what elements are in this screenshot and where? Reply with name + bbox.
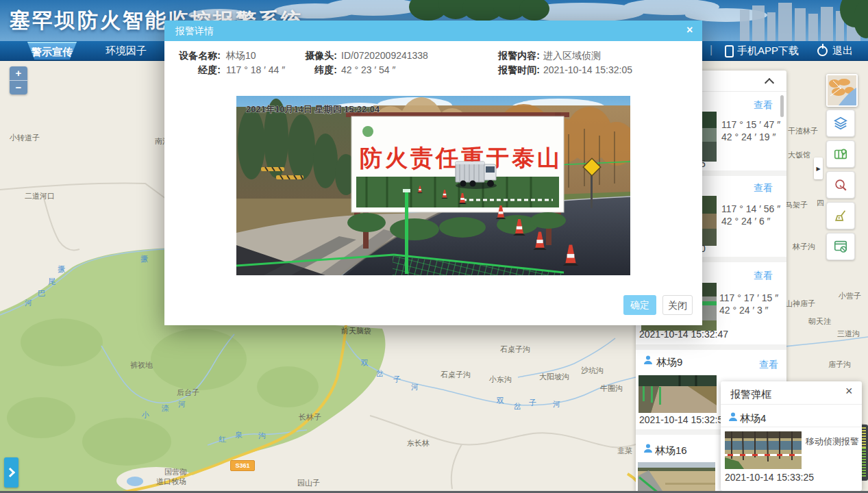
clear-map-tool-button[interactable] (826, 202, 855, 229)
alarm-time: 2021-10-14 15:32:47 (639, 329, 728, 340)
map-label: 小营子 (839, 291, 861, 301)
map-label: 马架子 (785, 200, 808, 210)
map-label: 红 (219, 434, 226, 444)
overview-minimap[interactable] (826, 74, 858, 107)
field-label: 摄像头: (282, 50, 337, 62)
view-link[interactable]: 查看 (754, 99, 773, 112)
panel-scrollbar[interactable] (780, 95, 784, 117)
map-label: 国营御 (164, 467, 187, 477)
map-marker-tool-button[interactable] (826, 140, 855, 168)
nav-divider: | (710, 44, 712, 56)
modal-close-button[interactable]: × (686, 24, 693, 36)
broom-icon (833, 208, 848, 223)
person-icon (643, 443, 654, 457)
map-label: 河 (178, 399, 186, 409)
map-label: 双 (497, 396, 504, 406)
field-label: 纬度: (282, 64, 337, 77)
map-label: 沙坑沟 (581, 366, 604, 376)
search-area-tool-button[interactable] (826, 171, 855, 199)
zoom-out-button[interactable]: − (10, 80, 27, 94)
app-download-link[interactable]: 手机APP下载 (737, 45, 799, 58)
alarm-thumbnail[interactable] (638, 375, 717, 413)
alarm-longitude: 117 ° 14 ′ 56 ″ (721, 203, 780, 214)
divider (721, 427, 862, 427)
collapse-icon (765, 78, 774, 88)
map-label: 裤衩地 (130, 360, 153, 370)
alarm-time: 2021-10-14 15:33:25 (725, 472, 814, 483)
view-link[interactable]: 查看 (754, 182, 773, 194)
alarm-longitude: 117 ° 17 ′ 15 ″ (719, 292, 778, 303)
view-link[interactable]: 查看 (754, 270, 773, 282)
tools-slide-handle[interactable]: ▶ (814, 157, 823, 179)
alarm-detail-modal: 报警详情 × 设备名称: 林场10 摄像头: ID/07202009241338… (164, 21, 702, 325)
logout-button[interactable]: 退出 (832, 45, 853, 58)
snapshot-art: 防火责任重于泰山 (236, 96, 630, 275)
map-label: 大饭馆 (788, 150, 810, 160)
alarm-popup: 报警弹框 × 林场4 移动侦测报警 2021-10-14 15:33:25 (721, 381, 862, 491)
map-label: 泉 (235, 430, 243, 440)
panel-expand-button[interactable] (4, 457, 18, 488)
map-label: 撅 (140, 254, 148, 264)
map-label: 河 (411, 382, 419, 392)
map-label: 双 (361, 358, 369, 368)
alarm-latitude: 42 ° 24 ′ 6 ″ (721, 216, 771, 227)
latitude-value: 42 ° 23 ′ 54 ″ (341, 64, 395, 75)
device-name: 林场16 (655, 444, 687, 457)
map-label: 河 (25, 298, 32, 308)
confirm-button[interactable]: 确定 (623, 295, 656, 315)
map-pin-icon (833, 147, 848, 162)
chevron-right-icon (5, 468, 15, 477)
popup-title: 报警弹框 (730, 388, 771, 401)
alarm-time: 2021-10-14 15:32:55 (639, 414, 728, 425)
close-button[interactable]: 关闭 (662, 295, 693, 315)
field-label: 设备名称: (166, 50, 221, 62)
device-name: 林场9 (656, 356, 682, 369)
map-label: 山神庙子 (785, 299, 815, 309)
tab-warning-publicity[interactable]: 警示宣传 (23, 42, 82, 60)
view-link[interactable]: 查看 (759, 359, 778, 371)
field-label: 报警内容: (485, 50, 540, 62)
popup-close-button[interactable]: × (845, 384, 853, 399)
truck (456, 162, 497, 189)
alarm-longitude: 117 ° 15 ′ 47 ″ (721, 119, 780, 130)
layers-tool-button[interactable] (826, 110, 855, 137)
popup-thumbnail[interactable] (725, 431, 802, 469)
disable-popup-tool-button[interactable] (826, 233, 855, 260)
person-icon (643, 355, 654, 368)
field-label: 经度: (166, 64, 221, 77)
map-label: 小东沟 (489, 375, 512, 385)
field-label: 报警时间: (485, 64, 540, 77)
map-label: 韭菜 (617, 446, 632, 456)
map-label: 前天脑袋 (341, 326, 371, 336)
modal-title: 报警详情 (175, 25, 214, 38)
popup-device-name: 林场4 (740, 412, 766, 425)
person-icon (728, 412, 739, 425)
map-label: 小转道子 (10, 133, 40, 143)
map-label: 道口牧场 (156, 477, 186, 487)
alarm-time-value: 2021-10-14 15:32:05 (543, 64, 632, 75)
phone-icon (725, 45, 734, 58)
tab-environment-factor[interactable]: 环境因子 (95, 41, 158, 60)
map-label: 二道河口 (25, 191, 55, 201)
map-zoom-control: + − (10, 66, 27, 94)
modal-header: 报警详情 × (164, 21, 702, 41)
map-label: 东长林 (407, 438, 430, 448)
alarm-thumbnail[interactable] (638, 462, 715, 493)
window-block-icon (833, 239, 848, 254)
map-label: 干渣林子 (788, 126, 818, 136)
map-label: 园山子 (297, 478, 320, 488)
snapshot-timestamp: 2021年10月14日 星期四 15:32:04 (246, 104, 380, 114)
map-label: 子 (529, 398, 536, 408)
power-icon (817, 46, 828, 56)
app-window: 小转道子南河泊二道河口裤衩地后台子长林子东长林园山子国营御道口牧场前天脑袋石桌子… (0, 0, 868, 493)
layers-icon (833, 116, 848, 131)
list-divider (636, 344, 786, 350)
zoom-in-button[interactable]: + (10, 66, 27, 80)
magnifier-icon (833, 177, 848, 192)
camera-id-value: ID/07202009241338 (341, 50, 428, 61)
map-label: 滦 (162, 403, 169, 414)
map-label: 林子沟 (793, 242, 815, 252)
map-label: 沟 (258, 431, 266, 441)
map-label: 岔 (376, 368, 384, 379)
alarm-type-text: 移动侦测报警 (806, 435, 859, 448)
